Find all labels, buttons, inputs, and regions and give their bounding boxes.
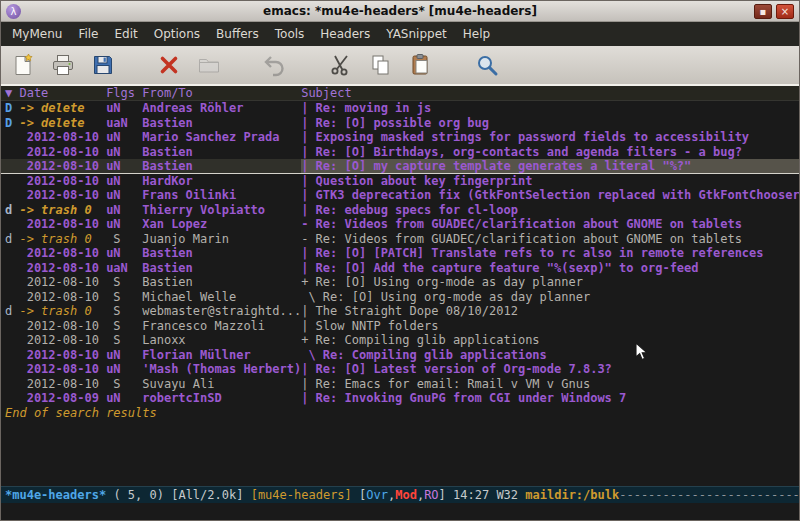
menu-help[interactable]: Help bbox=[455, 24, 498, 44]
cursor-position: ( 5, 0) bbox=[106, 488, 171, 502]
flags-cell: uN bbox=[106, 188, 142, 203]
subject-cell: | Question about key fingerprint bbox=[301, 174, 799, 189]
subject-cell: | Re: [O] possible org bug bbox=[301, 116, 799, 131]
date-cell: 2012-08-10 bbox=[19, 362, 106, 377]
flags-cell: S bbox=[106, 275, 142, 290]
window-title: emacs: *mu4e-headers* [mu4e-headers] bbox=[1, 4, 799, 18]
overwrite-indicator: Ovr bbox=[366, 488, 388, 502]
message-row[interactable]: 2012-08-10uNBastien| Re: [O] my capture … bbox=[1, 159, 799, 174]
date-cell: 2012-08-10 bbox=[19, 159, 106, 173]
message-row[interactable]: 2012-08-09uNrobertcInSD| Re: Invoking Gn… bbox=[1, 391, 799, 406]
from-cell: Bastien bbox=[142, 275, 301, 290]
message-row[interactable]: 2012-08-10 SFrancesco Mazzoli| Slow NNTP… bbox=[1, 319, 799, 334]
message-row[interactable]: 2012-08-10uaNBastien| Re: [O] Add the ca… bbox=[1, 261, 799, 276]
date-cell: -> delete bbox=[19, 116, 106, 131]
message-row[interactable]: 2012-08-10 SLanoxx+ Re: Compiling glib a… bbox=[1, 333, 799, 348]
message-row[interactable]: 2012-08-10uNMario Sanchez Prada| Exposin… bbox=[1, 130, 799, 145]
print-icon[interactable] bbox=[49, 51, 77, 79]
message-row[interactable]: 2012-08-10uNFlorian Müllner \ Re: Compil… bbox=[1, 348, 799, 363]
date-cell: 2012-08-10 bbox=[19, 130, 106, 145]
menu-yasnippet[interactable]: YASnippet bbox=[378, 24, 455, 44]
message-row[interactable]: d-> trash 0uNThierry Volpiatto| Re: edeb… bbox=[1, 203, 799, 218]
column-header-from[interactable]: From/To bbox=[142, 86, 301, 100]
flags-cell: S bbox=[106, 232, 142, 247]
menu-bar: MyMenuFileEditOptionsBuffersToolsHeaders… bbox=[1, 22, 799, 46]
copy-icon[interactable] bbox=[367, 51, 395, 79]
mark-cell: d bbox=[5, 203, 19, 218]
close-icon[interactable] bbox=[155, 51, 183, 79]
column-header-date[interactable]: Date bbox=[19, 86, 106, 100]
menu-edit[interactable]: Edit bbox=[107, 24, 146, 44]
subject-cell: | Re: edebug specs for cl-loop bbox=[301, 203, 799, 218]
undo-icon bbox=[261, 51, 289, 79]
close-button[interactable]: × bbox=[776, 4, 794, 19]
shade-button[interactable]: ▪ bbox=[754, 4, 772, 19]
subject-cell: | Re: Emacs for email: Rmail v VM v Gnus bbox=[301, 377, 799, 392]
buffer-size: [All/2.0k] bbox=[171, 488, 250, 502]
menu-tools[interactable]: Tools bbox=[267, 24, 313, 44]
subject-cell: \ Re: Compiling glib applications bbox=[301, 348, 799, 363]
from-cell: Bastien bbox=[142, 116, 301, 131]
flags-cell: S bbox=[106, 319, 142, 334]
flags-cell: uN bbox=[106, 145, 142, 160]
paste-icon[interactable] bbox=[407, 51, 435, 79]
modified-indicator: Mod bbox=[395, 488, 417, 502]
subject-cell: | Re: [O] Birthdays, org-contacts and ag… bbox=[301, 145, 799, 160]
message-row[interactable]: 2012-08-10 SBastien+ Re: [O] Using org-m… bbox=[1, 275, 799, 290]
menu-options[interactable]: Options bbox=[146, 24, 208, 44]
save-icon[interactable] bbox=[89, 51, 117, 79]
message-row[interactable]: 2012-08-10 SSuvayu Ali| Re: Emacs for em… bbox=[1, 377, 799, 392]
header-line: ▼ Date Flgs From/To Subject bbox=[1, 86, 799, 101]
from-cell: webmaster@straightd... bbox=[142, 304, 301, 319]
message-row[interactable]: d-> trash 0 SJuanjo Marin- Re: Videos fr… bbox=[1, 232, 799, 247]
echo-area[interactable] bbox=[1, 503, 799, 520]
message-row[interactable]: D-> deleteuNAndreas Röhler| Re: moving i… bbox=[1, 101, 799, 116]
date-cell: 2012-08-10 bbox=[19, 377, 106, 392]
date-cell: -> trash 0 bbox=[19, 203, 106, 218]
message-row[interactable]: 2012-08-10uNHardKor| Question about key … bbox=[1, 174, 799, 189]
menu-headers[interactable]: Headers bbox=[312, 24, 378, 44]
mark-cell bbox=[5, 362, 19, 377]
menu-buffers[interactable]: Buffers bbox=[208, 24, 267, 44]
message-row[interactable]: 2012-08-10 SMichael Welle \ Re: [O] Usin… bbox=[1, 290, 799, 305]
message-row[interactable]: 2012-08-10uNFrans Oilinki| GTK3 deprecat… bbox=[1, 188, 799, 203]
date-cell: 2012-08-10 bbox=[19, 145, 106, 160]
flags-cell: uN bbox=[106, 101, 142, 116]
message-row[interactable]: 2012-08-10uNBastien| Re: [O] Birthdays, … bbox=[1, 145, 799, 160]
emacs-icon: λ bbox=[6, 4, 21, 19]
flags-cell: uN bbox=[106, 130, 142, 145]
mode-line: *mu4e-headers* ( 5, 0) [All/2.0k] [mu4e-… bbox=[1, 486, 799, 503]
message-row[interactable]: 2012-08-10uNBastien| Re: [O] [PATCH] Tra… bbox=[1, 246, 799, 261]
column-header-flags[interactable]: Flgs bbox=[106, 86, 142, 100]
subject-cell: | Re: Invoking GnuPG from CGI under Wind… bbox=[301, 391, 799, 406]
subject-cell: | Re: [O] my capture template generates … bbox=[301, 159, 799, 173]
from-cell: Thierry Volpiatto bbox=[142, 203, 301, 218]
message-row[interactable]: 2012-08-10uNXan Lopez- Re: Videos from G… bbox=[1, 217, 799, 232]
from-cell: Bastien bbox=[142, 246, 301, 261]
message-row[interactable]: 2012-08-10uN'Mash (Thomas Herbert)| Re: … bbox=[1, 362, 799, 377]
maildir: maildir:/bulk bbox=[525, 488, 619, 502]
mark-cell bbox=[5, 174, 19, 189]
date-cell: 2012-08-10 bbox=[19, 275, 106, 290]
column-header-subject[interactable]: Subject bbox=[301, 86, 799, 100]
date-cell: 2012-08-10 bbox=[19, 333, 106, 348]
mark-cell: D bbox=[5, 101, 19, 116]
cut-icon[interactable] bbox=[327, 51, 355, 79]
from-cell: Frans Oilinki bbox=[142, 188, 301, 203]
subject-cell: + Re: Compiling glib applications bbox=[301, 333, 799, 348]
menu-mymenu[interactable]: MyMenu bbox=[4, 24, 70, 44]
from-cell: Bastien bbox=[142, 159, 301, 173]
message-row[interactable]: d-> trash 0 Swebmaster@straightd...| The… bbox=[1, 304, 799, 319]
mark-cell bbox=[5, 333, 19, 348]
mark-cell bbox=[5, 319, 19, 334]
new-file-icon[interactable] bbox=[9, 51, 37, 79]
flags-cell: S bbox=[106, 333, 142, 348]
from-cell: Mario Sanchez Prada bbox=[142, 130, 301, 145]
subject-cell: | Re: [O] [PATCH] Translate refs to rc a… bbox=[301, 246, 799, 261]
menu-file[interactable]: File bbox=[70, 24, 106, 44]
search-icon[interactable] bbox=[473, 51, 501, 79]
from-cell: Lanoxx bbox=[142, 333, 301, 348]
flags-cell: S bbox=[106, 377, 142, 392]
message-row[interactable]: D-> deleteuaNBastien| Re: [O] possible o… bbox=[1, 116, 799, 131]
mark-cell bbox=[5, 145, 19, 160]
